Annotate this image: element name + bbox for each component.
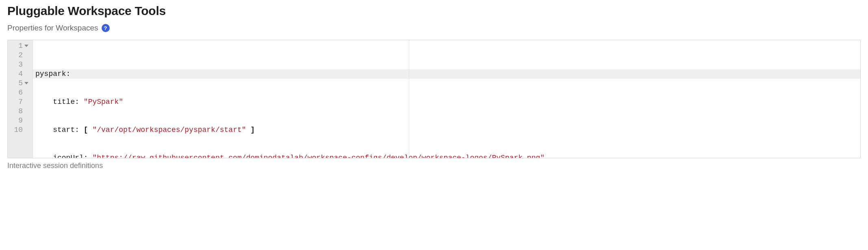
yaml-string: "/var/opt/workspaces/pyspark/start"	[92, 126, 246, 134]
yaml-editor[interactable]: 1 2 3 4 5 6 7 8 9 10 pyspark: title: "Py…	[7, 40, 861, 158]
editor-caption: Interactive session definitions	[7, 162, 861, 170]
subheading-label: Properties for Workspaces	[7, 24, 98, 32]
yaml-key: iconUrl:	[53, 154, 88, 158]
code-line[interactable]: start: [ "/var/opt/workspaces/pyspark/st…	[35, 125, 858, 135]
gutter-line: 4	[8, 69, 30, 79]
yaml-key: start:	[53, 126, 79, 134]
yaml-bracket: ]	[250, 126, 255, 134]
yaml-key: title:	[53, 98, 79, 106]
gutter-line: 7	[8, 97, 30, 107]
code-line[interactable]: iconUrl: "https://raw.githubusercontent.…	[35, 153, 858, 158]
subheading-row: Properties for Workspaces ?	[7, 24, 861, 32]
gutter-line: 10	[8, 125, 30, 135]
help-icon[interactable]: ?	[102, 24, 110, 32]
yaml-key: pyspark:	[35, 70, 70, 78]
page-title: Pluggable Workspace Tools	[7, 4, 861, 18]
yaml-string: "https://raw.githubusercontent.com/domin…	[92, 154, 545, 158]
code-line[interactable]: title: "PySpark"	[35, 97, 858, 107]
gutter-line[interactable]: 5	[8, 79, 30, 88]
yaml-bracket: [	[84, 126, 88, 134]
gutter-line: 8	[8, 107, 30, 116]
gutter-line: 9	[8, 116, 30, 125]
gutter-line: 2	[8, 51, 30, 60]
gutter-line[interactable]: 1	[8, 41, 30, 51]
gutter-line: 3	[8, 60, 30, 69]
code-line[interactable]: pyspark:	[33, 69, 860, 79]
editor-gutter: 1 2 3 4 5 6 7 8 9 10	[8, 40, 33, 158]
yaml-string: "PySpark"	[84, 98, 123, 106]
editor-code-area[interactable]: pyspark: title: "PySpark" start: [ "/var…	[33, 40, 860, 158]
gutter-line: 6	[8, 88, 30, 97]
